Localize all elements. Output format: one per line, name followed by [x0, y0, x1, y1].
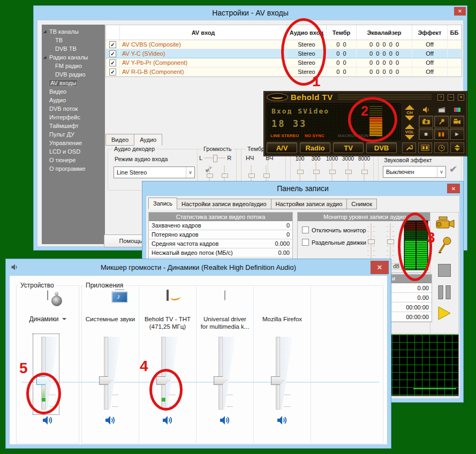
- sidebar-item-audio[interactable]: Аудио: [42, 96, 105, 104]
- sound-effect-select[interactable]: Выключен ∨: [383, 166, 446, 178]
- cell-equalizer[interactable]: 0 0 0 0 0: [357, 58, 412, 67]
- cell-bb[interactable]: [448, 67, 462, 77]
- volume-slider[interactable]: [269, 337, 295, 410]
- record-audio-button[interactable]: [436, 236, 452, 256]
- cell-tembr[interactable]: 0 0: [327, 40, 357, 49]
- sidebar-item-remote[interactable]: Пульт ДУ: [42, 130, 105, 139]
- cell-equalizer[interactable]: 0 0 0 0 0: [357, 40, 412, 49]
- sidebar-item-timeshift[interactable]: Таймшифт: [42, 122, 105, 130]
- stat-row: Потеряно кадров0: [149, 230, 292, 239]
- scheduler-button[interactable]: [434, 142, 448, 153]
- check-icon: ✓: [110, 51, 115, 57]
- behold-minimize-button[interactable]: ─: [448, 94, 454, 101]
- mute-button[interactable]: [40, 414, 55, 427]
- row-checkbox[interactable]: ✓: [109, 59, 116, 66]
- settings-close-button[interactable]: ✕: [454, 7, 466, 16]
- record-video-button[interactable]: [433, 215, 456, 233]
- group-label: Громкость: [202, 146, 233, 152]
- row-checkbox[interactable]: ✓: [109, 69, 116, 75]
- settings-wrench-button[interactable]: [402, 142, 416, 153]
- tab-video[interactable]: Видео: [105, 134, 134, 146]
- radio-mode-button[interactable]: Radio: [300, 142, 330, 153]
- sidebar-item-about-tuner[interactable]: О тюнере: [42, 156, 105, 164]
- annotation-number-2: 2: [361, 103, 368, 119]
- sidebar-item-tv[interactable]: ТВ: [42, 36, 105, 44]
- cell-equalizer[interactable]: 0 0 0 0 0: [357, 49, 412, 58]
- sidebar-item-interface[interactable]: Интерфейс: [42, 113, 105, 122]
- sidebar-item-tv-channels[interactable]: ◢ТВ каналы: [42, 27, 105, 36]
- row-checkbox[interactable]: ✓: [109, 50, 116, 57]
- check-icon: ✓: [110, 60, 115, 66]
- stop-button[interactable]: [438, 264, 451, 277]
- tab-audio[interactable]: Аудио: [134, 134, 162, 146]
- behold-close-button[interactable]: ✕: [458, 94, 464, 101]
- separate-sliders-checkbox[interactable]: Раздельные движки: [302, 239, 366, 246]
- cell-equalizer[interactable]: 0 0 0 0 0: [357, 67, 412, 77]
- recorder-button[interactable]: [418, 142, 432, 153]
- pause-button[interactable]: [439, 285, 451, 299]
- dvb-mode-button[interactable]: DVB: [366, 142, 397, 153]
- sidebar-item-dvb-tv[interactable]: DVB ТВ: [42, 44, 105, 53]
- cell-av-input[interactable]: AV Y-Pb-Pr (Component): [120, 58, 287, 67]
- cell-tembr[interactable]: 0 0: [327, 49, 357, 58]
- cell-bb[interactable]: [448, 58, 462, 67]
- sidebar-item-av-inputs[interactable]: AV входы: [42, 79, 105, 87]
- tv-mode-button[interactable]: TV: [333, 142, 364, 153]
- record-video-button[interactable]: [450, 116, 464, 127]
- mute-button[interactable]: [275, 414, 290, 427]
- mixer-close-button[interactable]: ✕: [371, 261, 389, 274]
- channel-up-button[interactable]: [405, 105, 414, 110]
- balance-slider[interactable]: [204, 155, 225, 161]
- cell-effect[interactable]: Off: [412, 40, 448, 49]
- play-button[interactable]: ►: [450, 128, 464, 140]
- play-button[interactable]: [437, 306, 451, 323]
- sidebar-item-fm-radio[interactable]: FM радио: [42, 62, 105, 70]
- volume-up-button[interactable]: [405, 124, 414, 129]
- snapshot-button[interactable]: [419, 116, 433, 127]
- cell-av-input[interactable]: AV Y-C (SVideo): [120, 49, 287, 58]
- volume-slider[interactable]: [212, 337, 238, 410]
- pause-button[interactable]: ▮▮: [434, 128, 449, 140]
- tab-video-audio-settings[interactable]: Настройки записи видео/аудио: [177, 199, 271, 209]
- volume-down-button[interactable]: [405, 135, 414, 140]
- mute-button[interactable]: [419, 104, 433, 115]
- cell-bb[interactable]: [448, 49, 462, 58]
- volume-slider[interactable]: [97, 337, 123, 410]
- cell-tembr[interactable]: 0 0: [327, 58, 357, 67]
- behold-help-button[interactable]: ?: [437, 94, 444, 101]
- mute-button[interactable]: [217, 414, 232, 427]
- mute-button[interactable]: [103, 414, 118, 427]
- av-mode-button[interactable]: A/V: [267, 142, 297, 153]
- sidebar-item-about-program[interactable]: О программе: [42, 164, 105, 173]
- channel-down-button[interactable]: [405, 116, 414, 120]
- sidebar-item-dvb-stream[interactable]: DVB поток: [42, 104, 105, 113]
- cell-effect[interactable]: Off: [412, 58, 448, 67]
- colorbars-button[interactable]: [450, 104, 464, 115]
- cell-tembr[interactable]: 0 0: [327, 67, 357, 77]
- disable-monitor-checkbox[interactable]: Отключить монитор: [302, 226, 366, 233]
- apply-button[interactable]: ✔: [449, 164, 457, 175]
- tab-snapshot[interactable]: Снимок: [346, 199, 377, 209]
- cell-effect[interactable]: Off: [412, 49, 448, 58]
- device-selector[interactable]: Динамики: [20, 315, 75, 323]
- mute-button[interactable]: [160, 414, 175, 427]
- cell-av-input[interactable]: AV CVBS (Composite): [120, 40, 287, 49]
- cell-effect[interactable]: Off: [412, 67, 448, 77]
- behold-mode-row: A/V Radio TV DVB: [264, 141, 467, 155]
- audio-input-mode-select[interactable]: Line Stereo ∨: [114, 167, 195, 178]
- cell-av-input[interactable]: AV R-G-B (Component): [120, 67, 287, 77]
- sidebar-item-video[interactable]: Видео: [42, 87, 105, 96]
- record-close-button[interactable]: ✕: [447, 184, 460, 193]
- tab-audio-settings[interactable]: Настройки записи аудио: [271, 199, 347, 209]
- sidebar-item-lcd-osd[interactable]: LCD и OSD: [42, 147, 105, 156]
- sidebar-item-control[interactable]: Управление: [42, 139, 105, 147]
- record-audio-button[interactable]: [434, 116, 449, 127]
- clapperboard-button[interactable]: [434, 104, 449, 115]
- sidebar-item-radio-channels[interactable]: ◢Радио каналы: [42, 53, 105, 62]
- cell-bb[interactable]: [448, 40, 462, 49]
- row-checkbox[interactable]: ✓: [109, 41, 116, 48]
- sidebar-item-dvb-radio[interactable]: DVB радио: [42, 70, 105, 79]
- minimode-button[interactable]: [450, 142, 464, 153]
- stop-button[interactable]: ■: [419, 128, 433, 140]
- tab-record[interactable]: Запись: [148, 198, 177, 209]
